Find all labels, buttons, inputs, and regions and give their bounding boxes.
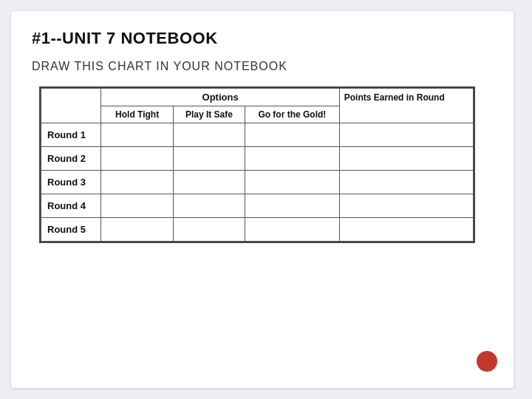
cell-r1-points [339,123,473,147]
row-label-5: Round 5 [41,218,101,242]
cell-r2-play-safe [173,147,245,171]
cell-r3-play-safe [173,171,245,194]
page-subtitle: Draw this chart in your notebook [32,60,493,73]
options-header: Options [101,89,339,106]
cell-r1-go-gold [245,123,340,147]
cell-r3-go-gold [245,171,340,194]
points-earned-header: Points Earned in Round [339,89,473,123]
cell-r5-play-safe [173,218,245,242]
cell-r2-hold-tight [101,147,173,171]
cell-r5-points [339,218,473,242]
table-row: Round 1 [41,123,474,147]
page-title: #1--Unit 7 Notebook [32,29,493,48]
cell-r3-points [339,171,473,194]
table-row: Round 2 [41,147,474,171]
cell-r2-points [339,147,473,171]
cell-r5-hold-tight [101,218,173,242]
cell-r1-hold-tight [101,123,173,147]
notebook-chart: Options Points Earned in Round Hold Tigh… [41,88,474,242]
navigation-dot[interactable] [477,351,497,372]
page: #1--Unit 7 Notebook Draw this chart in y… [11,11,514,388]
row-label-3: Round 3 [41,171,101,194]
col-header-go-for-gold: Go for the Gold! [245,106,340,123]
cell-r5-go-gold [245,218,340,242]
table-row: Round 5 [41,218,474,242]
row-label-1: Round 1 [41,123,101,147]
cell-r4-go-gold [245,194,340,218]
cell-r2-go-gold [245,147,340,171]
cell-r4-hold-tight [101,194,173,218]
cell-r1-play-safe [173,123,245,147]
cell-r4-points [339,194,473,218]
row-label-4: Round 4 [41,194,101,218]
col-header-play-it-safe: Play It Safe [173,106,245,123]
chart-table-wrapper: Options Points Earned in Round Hold Tigh… [39,86,475,243]
table-row: Round 3 [41,171,474,194]
cell-r4-play-safe [173,194,245,218]
cell-r3-hold-tight [101,171,173,194]
row-label-2: Round 2 [41,147,101,171]
table-row: Round 4 [41,194,474,218]
col-header-hold-tight: Hold Tight [101,106,173,123]
